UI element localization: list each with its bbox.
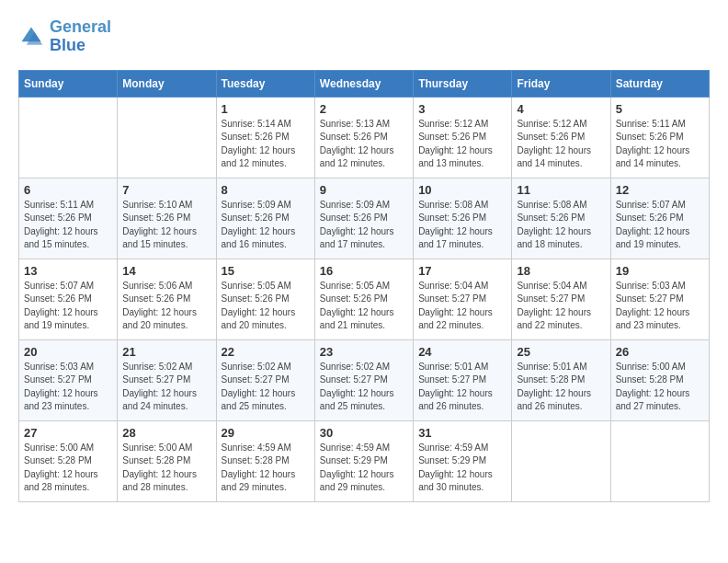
day-detail: Sunrise: 5:05 AM Sunset: 5:26 PM Dayligh… — [320, 280, 408, 333]
day-number: 25 — [517, 345, 605, 359]
day-detail: Sunrise: 5:01 AM Sunset: 5:28 PM Dayligh… — [517, 361, 605, 414]
day-number: 13 — [24, 264, 112, 278]
day-detail: Sunrise: 5:13 AM Sunset: 5:26 PM Dayligh… — [320, 118, 408, 171]
calendar-cell — [118, 97, 216, 178]
day-number: 7 — [122, 183, 210, 197]
day-detail: Sunrise: 5:09 AM Sunset: 5:26 PM Dayligh… — [320, 199, 408, 252]
logo: General Blue — [18, 18, 111, 55]
day-number: 4 — [517, 102, 605, 116]
week-row-3: 13Sunrise: 5:07 AM Sunset: 5:26 PM Dayli… — [19, 259, 710, 339]
calendar-cell: 6Sunrise: 5:11 AM Sunset: 5:26 PM Daylig… — [19, 178, 118, 259]
calendar-cell: 17Sunrise: 5:04 AM Sunset: 5:27 PM Dayli… — [414, 259, 512, 339]
day-detail: Sunrise: 5:10 AM Sunset: 5:26 PM Dayligh… — [122, 199, 210, 252]
calendar-cell: 15Sunrise: 5:05 AM Sunset: 5:26 PM Dayli… — [216, 259, 314, 339]
calendar-cell: 20Sunrise: 5:03 AM Sunset: 5:27 PM Dayli… — [19, 339, 118, 420]
day-detail: Sunrise: 5:14 AM Sunset: 5:26 PM Dayligh… — [222, 118, 310, 171]
day-detail: Sunrise: 4:59 AM Sunset: 5:29 PM Dayligh… — [418, 442, 506, 495]
day-detail: Sunrise: 5:05 AM Sunset: 5:26 PM Dayligh… — [222, 280, 310, 333]
calendar-cell: 2Sunrise: 5:13 AM Sunset: 5:26 PM Daylig… — [314, 97, 413, 178]
day-detail: Sunrise: 5:07 AM Sunset: 5:26 PM Dayligh… — [616, 199, 704, 252]
day-number: 2 — [320, 102, 408, 116]
calendar-cell: 22Sunrise: 5:02 AM Sunset: 5:27 PM Dayli… — [216, 339, 314, 420]
day-header-saturday: Saturday — [610, 70, 709, 97]
day-detail: Sunrise: 5:06 AM Sunset: 5:26 PM Dayligh… — [122, 280, 210, 333]
day-detail: Sunrise: 5:00 AM Sunset: 5:28 PM Dayligh… — [122, 442, 210, 495]
day-number: 17 — [418, 264, 506, 278]
day-detail: Sunrise: 4:59 AM Sunset: 5:28 PM Dayligh… — [222, 442, 310, 495]
day-header-monday: Monday — [118, 70, 216, 97]
calendar-cell: 10Sunrise: 5:08 AM Sunset: 5:26 PM Dayli… — [414, 178, 512, 259]
week-row-4: 20Sunrise: 5:03 AM Sunset: 5:27 PM Dayli… — [19, 339, 710, 420]
day-detail: Sunrise: 5:01 AM Sunset: 5:27 PM Dayligh… — [418, 361, 506, 414]
day-detail: Sunrise: 5:04 AM Sunset: 5:27 PM Dayligh… — [418, 280, 506, 333]
day-detail: Sunrise: 5:00 AM Sunset: 5:28 PM Dayligh… — [616, 361, 704, 414]
calendar-cell: 23Sunrise: 5:02 AM Sunset: 5:27 PM Dayli… — [314, 339, 413, 420]
calendar-cell — [512, 420, 610, 501]
calendar-cell: 4Sunrise: 5:12 AM Sunset: 5:26 PM Daylig… — [512, 97, 610, 178]
day-number: 11 — [517, 183, 605, 197]
day-detail: Sunrise: 5:04 AM Sunset: 5:27 PM Dayligh… — [517, 280, 605, 333]
calendar-cell: 25Sunrise: 5:01 AM Sunset: 5:28 PM Dayli… — [512, 339, 610, 420]
day-number: 29 — [222, 426, 310, 440]
calendar-cell: 31Sunrise: 4:59 AM Sunset: 5:29 PM Dayli… — [414, 420, 512, 501]
day-number: 1 — [222, 102, 310, 116]
week-row-1: 1Sunrise: 5:14 AM Sunset: 5:26 PM Daylig… — [19, 97, 710, 178]
day-number: 5 — [616, 102, 704, 116]
day-header-friday: Friday — [512, 70, 610, 97]
calendar-cell: 5Sunrise: 5:11 AM Sunset: 5:26 PM Daylig… — [610, 97, 709, 178]
day-header-sunday: Sunday — [19, 70, 118, 97]
calendar-cell: 7Sunrise: 5:10 AM Sunset: 5:26 PM Daylig… — [118, 178, 216, 259]
day-detail: Sunrise: 5:03 AM Sunset: 5:27 PM Dayligh… — [24, 361, 112, 414]
day-detail: Sunrise: 5:02 AM Sunset: 5:27 PM Dayligh… — [320, 361, 408, 414]
day-header-thursday: Thursday — [414, 70, 512, 97]
calendar-cell: 8Sunrise: 5:09 AM Sunset: 5:26 PM Daylig… — [216, 178, 314, 259]
day-number: 21 — [122, 345, 210, 359]
logo-text: General Blue — [50, 18, 111, 55]
days-header-row: SundayMondayTuesdayWednesdayThursdayFrid… — [19, 70, 710, 97]
day-number: 14 — [122, 264, 210, 278]
day-number: 31 — [418, 426, 506, 440]
calendar-cell: 11Sunrise: 5:08 AM Sunset: 5:26 PM Dayli… — [512, 178, 610, 259]
day-number: 6 — [24, 183, 112, 197]
day-detail: Sunrise: 5:08 AM Sunset: 5:26 PM Dayligh… — [517, 199, 605, 252]
day-number: 30 — [320, 426, 408, 440]
day-detail: Sunrise: 5:11 AM Sunset: 5:26 PM Dayligh… — [24, 199, 112, 252]
day-header-wednesday: Wednesday — [314, 70, 413, 97]
logo-icon — [18, 24, 44, 50]
calendar-cell: 13Sunrise: 5:07 AM Sunset: 5:26 PM Dayli… — [19, 259, 118, 339]
calendar-cell: 12Sunrise: 5:07 AM Sunset: 5:26 PM Dayli… — [610, 178, 709, 259]
day-number: 8 — [222, 183, 310, 197]
day-detail: Sunrise: 5:07 AM Sunset: 5:26 PM Dayligh… — [24, 280, 112, 333]
day-number: 16 — [320, 264, 408, 278]
day-detail: Sunrise: 5:03 AM Sunset: 5:27 PM Dayligh… — [616, 280, 704, 333]
calendar-cell: 9Sunrise: 5:09 AM Sunset: 5:26 PM Daylig… — [314, 178, 413, 259]
day-detail: Sunrise: 5:11 AM Sunset: 5:26 PM Dayligh… — [616, 118, 704, 171]
calendar-cell: 30Sunrise: 4:59 AM Sunset: 5:29 PM Dayli… — [314, 420, 413, 501]
day-number: 19 — [616, 264, 704, 278]
calendar-cell — [610, 420, 709, 501]
day-detail: Sunrise: 5:00 AM Sunset: 5:28 PM Dayligh… — [24, 442, 112, 495]
calendar-cell: 14Sunrise: 5:06 AM Sunset: 5:26 PM Dayli… — [118, 259, 216, 339]
day-detail: Sunrise: 4:59 AM Sunset: 5:29 PM Dayligh… — [320, 442, 408, 495]
day-detail: Sunrise: 5:12 AM Sunset: 5:26 PM Dayligh… — [517, 118, 605, 171]
calendar-cell: 26Sunrise: 5:00 AM Sunset: 5:28 PM Dayli… — [610, 339, 709, 420]
day-detail: Sunrise: 5:12 AM Sunset: 5:26 PM Dayligh… — [418, 118, 506, 171]
day-number: 28 — [122, 426, 210, 440]
day-number: 20 — [24, 345, 112, 359]
week-row-2: 6Sunrise: 5:11 AM Sunset: 5:26 PM Daylig… — [19, 178, 710, 259]
day-detail: Sunrise: 5:02 AM Sunset: 5:27 PM Dayligh… — [122, 361, 210, 414]
calendar-cell: 27Sunrise: 5:00 AM Sunset: 5:28 PM Dayli… — [19, 420, 118, 501]
day-header-tuesday: Tuesday — [216, 70, 314, 97]
calendar-cell: 24Sunrise: 5:01 AM Sunset: 5:27 PM Dayli… — [414, 339, 512, 420]
page-header: General Blue — [18, 18, 710, 55]
calendar-cell: 29Sunrise: 4:59 AM Sunset: 5:28 PM Dayli… — [216, 420, 314, 501]
day-number: 27 — [24, 426, 112, 440]
day-number: 10 — [418, 183, 506, 197]
calendar-cell: 21Sunrise: 5:02 AM Sunset: 5:27 PM Dayli… — [118, 339, 216, 420]
day-number: 12 — [616, 183, 704, 197]
day-number: 23 — [320, 345, 408, 359]
day-detail: Sunrise: 5:02 AM Sunset: 5:27 PM Dayligh… — [222, 361, 310, 414]
calendar-cell — [19, 97, 118, 178]
day-detail: Sunrise: 5:09 AM Sunset: 5:26 PM Dayligh… — [222, 199, 310, 252]
calendar-cell: 16Sunrise: 5:05 AM Sunset: 5:26 PM Dayli… — [314, 259, 413, 339]
